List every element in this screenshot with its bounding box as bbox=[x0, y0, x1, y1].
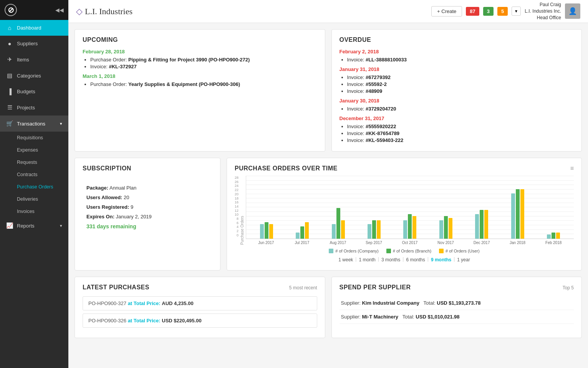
sidebar-item-transactions[interactable]: 🛒 Transactions ▾ bbox=[0, 116, 68, 132]
overdue-date-4: December 31, 2017 bbox=[340, 116, 574, 121]
chart-bar bbox=[480, 210, 484, 239]
chart-bars-container: Jun 2017Jul 2017Aug 2017Sep 2017Oct 2017… bbox=[246, 176, 574, 245]
list-item: Invoice: #KK-87654789 bbox=[347, 130, 574, 136]
x-label: Feb 2018 bbox=[535, 241, 571, 245]
chart-bar bbox=[520, 189, 524, 239]
chart-bars-area bbox=[246, 176, 574, 239]
upcoming-overdue-row: UPCOMING February 28, 2018 Purchase Orde… bbox=[75, 29, 582, 152]
latest-spend-row: LATEST PURCHASES 5 most recent PO-HPO900… bbox=[75, 277, 582, 338]
time-btn-6months[interactable]: 6 months bbox=[404, 256, 427, 263]
sidebar-item-label: Dashboard bbox=[17, 25, 41, 31]
sidebar-sub-item-expenses[interactable]: Expenses bbox=[0, 144, 68, 156]
subscription-card: SUBSCRIPTION Package: Annual Plan Users … bbox=[75, 158, 220, 271]
time-btn-9months[interactable]: 9 months bbox=[429, 256, 454, 263]
spend-per-supplier-title: SPEND PER SUPPLIER bbox=[340, 284, 411, 291]
sidebar-item-budgets[interactable]: ▐ Budgets bbox=[0, 84, 68, 99]
x-label: Sep 2017 bbox=[356, 241, 392, 245]
sidebar-item-reports[interactable]: 📈 Reports ▾ bbox=[0, 218, 68, 234]
chart-bar bbox=[547, 234, 551, 239]
latest-purchases-title: LATEST PURCHASES bbox=[83, 284, 149, 291]
chart-bar bbox=[296, 233, 300, 239]
topbar-dropdown-button[interactable]: ▾ bbox=[512, 7, 521, 16]
overdue-list-3: Invoice: #3729204720 bbox=[340, 106, 574, 112]
chart-bar bbox=[300, 226, 304, 239]
avatar: 👤 bbox=[565, 3, 580, 19]
month-group bbox=[320, 208, 356, 239]
chart-card: PURCHASE ORDERS OVER TIME ≡ 282624222018… bbox=[227, 158, 582, 271]
chart-menu-icon[interactable]: ≡ bbox=[570, 165, 574, 172]
list-item: Invoice: #48909 bbox=[347, 88, 574, 94]
subscription-users-registered: Users Registered: 9 bbox=[86, 204, 209, 210]
y-axis-title: Purchase Orders bbox=[240, 176, 244, 245]
sidebar-sub-item-purchase-orders[interactable]: Purchase Orders bbox=[0, 181, 68, 193]
spend-row-1: Supplier: Kim Industrial Company Total: … bbox=[340, 296, 574, 310]
x-label: Jul 2017 bbox=[284, 241, 320, 245]
sidebar-item-items[interactable]: ✈ Items bbox=[0, 51, 68, 68]
x-label: Aug 2017 bbox=[320, 241, 356, 245]
sidebar-sub-item-contracts[interactable]: Contracts bbox=[0, 168, 68, 181]
sidebar: ⊘ ◀◀ ⌂ Dashboard ● Suppliers ✈ Items ▤ C… bbox=[0, 0, 68, 368]
chart-bar bbox=[269, 224, 273, 239]
month-group bbox=[464, 210, 500, 239]
sidebar-item-label: Budgets bbox=[17, 89, 35, 94]
time-btn-1year[interactable]: 1 year bbox=[455, 256, 472, 263]
topbar: ◇ L.I. Industries + Create 87 3 5 ▾ Paul… bbox=[68, 0, 588, 23]
time-btn-3months[interactable]: 3 months bbox=[379, 256, 402, 263]
user-location: Head Office bbox=[525, 15, 561, 21]
logo-text: L.I. Industries bbox=[85, 7, 133, 17]
spend-per-supplier-subtitle: Top 5 bbox=[563, 285, 574, 290]
projects-icon: ☰ bbox=[6, 104, 13, 111]
topbar-actions: + Create 87 3 5 ▾ Paul Craig L.I. Indust… bbox=[431, 2, 580, 21]
sidebar-logo-icon: ⊘ bbox=[5, 4, 17, 16]
subscription-days-remaining: 331 days remaining bbox=[86, 223, 209, 229]
subscription-title: SUBSCRIPTION bbox=[83, 165, 212, 172]
sidebar-collapse-button[interactable]: ◀◀ bbox=[55, 7, 64, 13]
sidebar-sub-item-deliveries[interactable]: Deliveries bbox=[0, 193, 68, 205]
list-item: Invoice: #3729204720 bbox=[347, 106, 574, 112]
purchase-row-2[interactable]: PO-HPO900-326 at Total Price: USD $220,4… bbox=[83, 314, 317, 328]
sidebar-item-dashboard[interactable]: ⌂ Dashboard bbox=[0, 20, 68, 36]
x-label: Dec 2017 bbox=[464, 241, 500, 245]
chart-bar bbox=[449, 218, 452, 239]
sidebar-sub-item-requisitions[interactable]: Requisitions bbox=[0, 132, 68, 144]
sidebar-item-suppliers[interactable]: ● Suppliers bbox=[0, 36, 68, 51]
categories-icon: ▤ bbox=[6, 72, 13, 79]
list-item: Purchase Order: Yearly Supplies & Equipm… bbox=[90, 81, 317, 87]
sidebar-item-projects[interactable]: ☰ Projects bbox=[0, 99, 68, 116]
chart-bar bbox=[556, 233, 560, 239]
suppliers-icon: ● bbox=[6, 40, 13, 47]
badge-5[interactable]: 5 bbox=[497, 7, 508, 16]
po-number: PO-HPO900-326 bbox=[88, 318, 126, 323]
subscription-details: Package: Annual Plan Users Allowed: 20 U… bbox=[83, 177, 212, 237]
month-group bbox=[428, 216, 464, 239]
time-btn-1month[interactable]: 1 month bbox=[356, 256, 378, 263]
chart-bar bbox=[412, 216, 416, 239]
chart-bar bbox=[377, 220, 381, 239]
month-group bbox=[248, 222, 284, 239]
sidebar-item-label: Transactions bbox=[17, 121, 45, 127]
sidebar-item-label: Reports bbox=[17, 223, 35, 229]
chart-bar bbox=[439, 220, 443, 239]
sidebar-sub-item-requests[interactable]: Requests bbox=[0, 156, 68, 168]
badge-87[interactable]: 87 bbox=[466, 7, 479, 16]
chart-bar bbox=[552, 233, 555, 239]
overdue-date-1: February 2, 2018 bbox=[340, 49, 574, 54]
subscription-chart-row: SUBSCRIPTION Package: Annual Plan Users … bbox=[75, 158, 582, 271]
chart-bar bbox=[341, 220, 345, 239]
overdue-list-4: Invoice: #5555920222 Invoice: #KK-876547… bbox=[340, 124, 574, 143]
subscription-users-allowed: Users Allowed: 20 bbox=[86, 195, 209, 200]
badge-3[interactable]: 3 bbox=[483, 7, 494, 16]
x-axis-labels: Jun 2017Jul 2017Aug 2017Sep 2017Oct 2017… bbox=[246, 239, 574, 245]
create-button[interactable]: + Create bbox=[431, 6, 462, 17]
chart-bar bbox=[265, 222, 268, 239]
purchase-row-1[interactable]: PO-HPO900-327 at Total Price: AUD 4,235.… bbox=[83, 296, 317, 310]
subscription-expires: Expires On: January 2, 2019 bbox=[86, 214, 209, 219]
sidebar-header: ⊘ ◀◀ bbox=[0, 0, 68, 20]
sidebar-sub-item-invoices[interactable]: Invoices bbox=[0, 205, 68, 218]
sidebar-item-label: Categories bbox=[17, 73, 41, 79]
time-btn-1week[interactable]: 1 week bbox=[336, 256, 355, 263]
budgets-icon: ▐ bbox=[6, 88, 13, 95]
chart-bar bbox=[484, 210, 488, 239]
sidebar-item-categories[interactable]: ▤ Categories bbox=[0, 68, 68, 84]
upcoming-date-2: March 1, 2018 bbox=[83, 73, 317, 79]
